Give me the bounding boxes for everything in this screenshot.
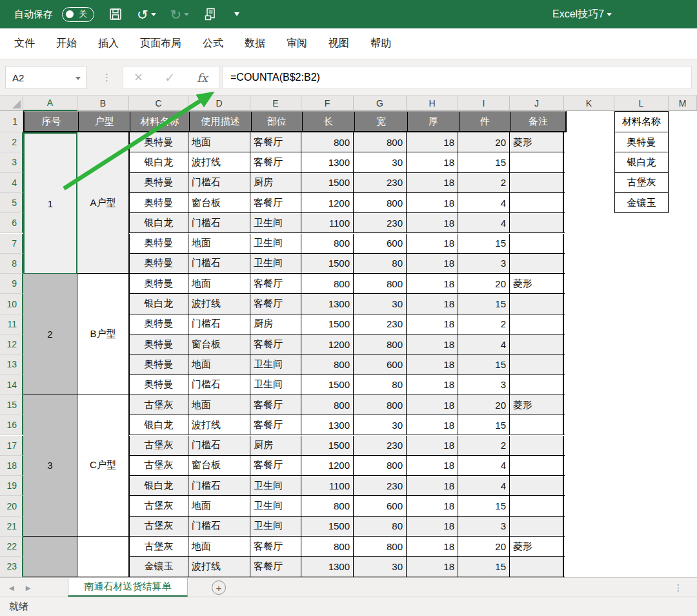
cell-material[interactable]: 古堡灰 <box>129 496 188 515</box>
cell-location[interactable]: 客餐厅 <box>250 294 301 313</box>
ribbon-tab-4[interactable]: 公式 <box>203 37 223 50</box>
cell-thickness[interactable]: 18 <box>407 517 458 536</box>
cell-thickness[interactable]: 18 <box>407 274 458 293</box>
cell-count[interactable]: 4 <box>458 456 510 475</box>
cell-thickness[interactable]: 18 <box>407 456 458 475</box>
cell-count[interactable]: 15 <box>458 415 510 435</box>
lookup-value-cell[interactable]: 奥特曼 <box>614 132 669 152</box>
cell-house-type[interactable]: A户型 <box>77 132 129 274</box>
cell-width[interactable]: 600 <box>354 234 407 253</box>
cell-thickness[interactable]: 18 <box>407 415 458 435</box>
table-header-cell[interactable]: 序号 <box>25 112 79 131</box>
cell-note[interactable] <box>510 496 564 515</box>
cell-width[interactable]: 30 <box>354 557 407 576</box>
cell-length[interactable]: 1500 <box>301 173 354 192</box>
cell-width[interactable]: 230 <box>354 213 407 232</box>
row-header-16[interactable]: 16 <box>0 415 23 435</box>
cell-location[interactable]: 卫生间 <box>250 354 301 374</box>
cell-length[interactable]: 800 <box>301 354 354 374</box>
cell-material[interactable]: 奥特曼 <box>129 132 188 152</box>
cell-count[interactable]: 20 <box>458 537 510 556</box>
cell-length[interactable]: 800 <box>301 496 354 515</box>
cell-count[interactable]: 15 <box>458 557 510 576</box>
cell-count[interactable]: 15 <box>458 234 510 253</box>
cell-length[interactable]: 800 <box>301 537 354 556</box>
cell-material[interactable]: 古堡灰 <box>129 395 188 415</box>
row-header-10[interactable]: 10 <box>0 294 23 314</box>
cell-count[interactable]: 4 <box>458 213 510 232</box>
ribbon-tab-3[interactable]: 页面布局 <box>140 37 181 50</box>
cell-usage[interactable]: 门槛石 <box>188 213 250 232</box>
cell-width[interactable]: 30 <box>354 152 407 172</box>
cell-width[interactable]: 230 <box>354 436 407 455</box>
insert-function-icon[interactable]: fx <box>197 71 208 85</box>
cell-note[interactable] <box>510 476 564 495</box>
cell-material[interactable]: 古堡灰 <box>129 517 188 536</box>
table-header-cell[interactable]: 长 <box>303 112 355 131</box>
column-header-J[interactable]: J <box>510 96 564 111</box>
cell-usage[interactable]: 地面 <box>188 234 250 253</box>
cell-material[interactable]: 奥特曼 <box>129 314 188 334</box>
cell-thickness[interactable]: 18 <box>407 294 458 313</box>
cell-count[interactable]: 2 <box>458 436 510 455</box>
lookup-value-cell[interactable]: 古堡灰 <box>614 172 669 193</box>
save-button[interactable] <box>108 7 123 21</box>
cell-usage[interactable]: 波打线 <box>188 415 250 435</box>
cell-note[interactable] <box>510 193 564 212</box>
cell-usage[interactable]: 地面 <box>188 537 250 556</box>
ribbon-tab-8[interactable]: 帮助 <box>370 37 391 50</box>
cell-width[interactable]: 30 <box>354 294 407 313</box>
cell-length[interactable]: 1300 <box>301 294 354 313</box>
column-header-G[interactable]: G <box>354 96 407 111</box>
cell-count[interactable]: 20 <box>458 274 510 293</box>
cell-width[interactable]: 800 <box>354 132 407 152</box>
cell-width[interactable]: 600 <box>354 354 407 374</box>
cell-thickness[interactable]: 18 <box>407 213 458 232</box>
cell-note[interactable] <box>510 375 564 395</box>
cell-note[interactable] <box>510 294 564 313</box>
cell-location[interactable]: 卫生间 <box>250 476 301 495</box>
cell-house-type[interactable]: C户型 <box>77 395 129 537</box>
cell-material[interactable]: 奥特曼 <box>129 375 188 395</box>
cell-location[interactable]: 厨房 <box>250 436 301 455</box>
cell-material[interactable]: 银白龙 <box>129 294 188 313</box>
cell-thickness[interactable]: 18 <box>407 354 458 374</box>
row-header-5[interactable]: 5 <box>0 193 23 213</box>
cell-usage[interactable]: 窗台板 <box>188 193 250 212</box>
cell-length[interactable]: 1300 <box>301 557 354 576</box>
cell-count[interactable]: 15 <box>458 496 510 515</box>
cell-length[interactable]: 1200 <box>301 193 354 212</box>
cell-length[interactable]: 800 <box>301 234 354 253</box>
formula-input[interactable]: =COUNTA(B$2:B2) <box>222 66 692 89</box>
cell-usage[interactable]: 门槛石 <box>188 517 250 536</box>
cell-note[interactable] <box>510 436 564 455</box>
table-header-cell[interactable]: 备注 <box>511 112 565 131</box>
cell-width[interactable]: 230 <box>354 314 407 334</box>
row-header-22[interactable]: 22 <box>0 537 23 557</box>
cell-location[interactable]: 卫生间 <box>250 375 301 395</box>
cell-material[interactable]: 银白龙 <box>129 152 188 172</box>
cell-note[interactable] <box>510 254 564 273</box>
cell-material[interactable]: 奥特曼 <box>129 173 188 192</box>
cell-usage[interactable]: 地面 <box>188 395 250 415</box>
cell-count[interactable]: 4 <box>458 476 510 495</box>
cell-material[interactable]: 古堡灰 <box>129 436 188 455</box>
cell-location[interactable]: 卫生间 <box>250 213 301 232</box>
cell-note[interactable]: 菱形 <box>510 274 564 293</box>
cell-length[interactable]: 1100 <box>301 213 354 232</box>
cell-material[interactable]: 奥特曼 <box>129 274 188 293</box>
cell-count[interactable]: 20 <box>458 132 510 152</box>
next-sheet-button[interactable]: ▶ <box>26 584 31 591</box>
cell-usage[interactable]: 窗台板 <box>188 334 250 354</box>
row-header-21[interactable]: 21 <box>0 517 23 537</box>
cell-length[interactable]: 800 <box>301 395 354 415</box>
cell-width[interactable]: 800 <box>354 537 407 556</box>
cell-material[interactable]: 奥特曼 <box>129 354 188 374</box>
row-header-9[interactable]: 9 <box>0 274 23 294</box>
ribbon-tab-1[interactable]: 开始 <box>56 37 77 50</box>
cell-material[interactable]: 古堡灰 <box>129 537 188 556</box>
cell-thickness[interactable]: 18 <box>407 132 458 152</box>
row-header-4[interactable]: 4 <box>0 173 23 193</box>
cell-length[interactable]: 1300 <box>301 152 354 172</box>
cell-usage[interactable]: 门槛石 <box>188 173 250 192</box>
